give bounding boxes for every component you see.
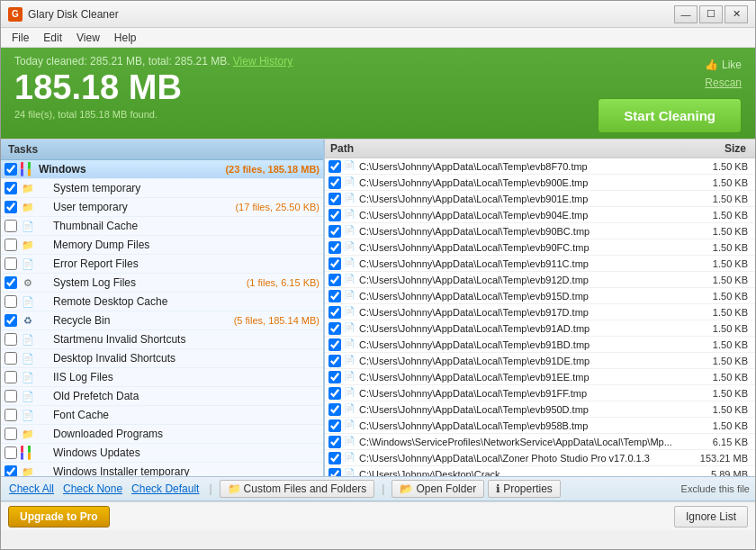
file-row[interactable]: 📄C:\Users\Johnny\AppData\Local\Temp\evb9… bbox=[325, 353, 755, 369]
close-button[interactable]: ✕ bbox=[724, 5, 748, 23]
file-checkbox[interactable] bbox=[328, 241, 341, 254]
check-none-button[interactable]: Check None bbox=[60, 482, 125, 496]
task-item[interactable]: 📄Font Cache bbox=[1, 406, 323, 425]
file-row[interactable]: 📄C:\Users\Johnny\AppData\Local\Zoner Pho… bbox=[325, 450, 755, 466]
task-checkbox[interactable] bbox=[4, 163, 17, 176]
file-checkbox[interactable] bbox=[328, 306, 341, 319]
file-checkbox[interactable] bbox=[328, 193, 341, 205]
task-item[interactable]: ⚙System Log Files(1 files, 6.15 KB) bbox=[1, 274, 323, 293]
task-item[interactable]: 📄IIS Log Files bbox=[1, 368, 323, 387]
task-label: Startmenu Invalid Shortcuts bbox=[39, 333, 320, 346]
task-checkbox[interactable] bbox=[4, 276, 17, 289]
file-row[interactable]: 📄C:\Windows\ServiceProfiles\NetworkServi… bbox=[325, 434, 755, 450]
file-checkbox[interactable] bbox=[328, 225, 341, 238]
rescan-link[interactable]: Rescan bbox=[705, 77, 742, 89]
task-checkbox[interactable] bbox=[4, 201, 17, 213]
view-history-link[interactable]: View History bbox=[233, 55, 292, 68]
file-row[interactable]: 📄C:\Users\Johnny\AppData\Local\Temp\evb9… bbox=[325, 239, 755, 256]
task-item[interactable]: 📄Remote Desktop Cache bbox=[1, 293, 323, 311]
task-checkbox[interactable] bbox=[4, 314, 17, 327]
file-row[interactable]: 📄C:\Users\Johnny\AppData\Local\Temp\evb9… bbox=[325, 304, 755, 320]
file-row[interactable]: 📄C:\Users\Johnny\AppData\Local\Temp\evb9… bbox=[325, 418, 755, 434]
task-item[interactable]: 📁Memory Dump Files bbox=[1, 236, 323, 255]
file-row[interactable]: 📄C:\Users\Johnny\AppData\Local\Temp\evb9… bbox=[325, 401, 755, 418]
menu-edit[interactable]: Edit bbox=[36, 30, 69, 46]
task-item[interactable]: ♻Recycle Bin(5 files, 185.14 MB) bbox=[1, 311, 323, 330]
task-checkbox[interactable] bbox=[4, 239, 17, 251]
task-item[interactable]: 📄Error Report Files bbox=[1, 255, 323, 274]
check-default-button[interactable]: Check Default bbox=[129, 482, 202, 496]
file-row[interactable]: 📄C:\Users\Johnny\AppData\Local\Temp\evb9… bbox=[325, 272, 755, 288]
task-checkbox[interactable] bbox=[4, 333, 17, 346]
file-checkbox[interactable] bbox=[328, 176, 341, 189]
file-row[interactable]: 📄C:\Users\Johnny\AppData\Local\Temp\evb9… bbox=[325, 256, 755, 272]
task-checkbox[interactable] bbox=[4, 428, 17, 440]
file-row[interactable]: 📄C:\Users\Johnny\AppData\Local\Temp\evb9… bbox=[325, 320, 755, 337]
file-row[interactable]: 📄C:\Users\Johnny\Desktop\Crack5.89 MB bbox=[325, 466, 755, 476]
file-size-text: 1.50 KB bbox=[684, 226, 752, 237]
maximize-button[interactable]: ☐ bbox=[699, 5, 723, 23]
file-type-icon: 📄 bbox=[344, 355, 356, 367]
ignore-list-button[interactable]: Ignore List bbox=[674, 506, 748, 527]
file-checkbox[interactable] bbox=[328, 338, 341, 351]
task-item[interactable]: 📄Startmenu Invalid Shortcuts bbox=[1, 330, 323, 349]
file-list[interactable]: 📄C:\Users\Johnny\AppData\Local\Temp\evb8… bbox=[325, 158, 755, 476]
start-cleaning-button[interactable]: Start Cleaning bbox=[598, 98, 742, 133]
custom-files-button[interactable]: 📁 Custom Files and Folders bbox=[220, 480, 375, 498]
task-list[interactable]: Windows(23 files, 185.18 MB)📁System temp… bbox=[1, 160, 323, 476]
file-row[interactable]: 📄C:\Users\Johnny\AppData\Local\Temp\evb9… bbox=[325, 175, 755, 191]
file-checkbox[interactable] bbox=[328, 160, 341, 173]
task-checkbox[interactable] bbox=[4, 465, 17, 476]
file-row[interactable]: 📄C:\Users\Johnny\AppData\Local\Temp\evb9… bbox=[325, 191, 755, 207]
file-checkbox[interactable] bbox=[328, 452, 341, 464]
file-checkbox[interactable] bbox=[328, 274, 341, 286]
task-item[interactable]: 📁Windows Installer temporary bbox=[1, 463, 323, 476]
file-checkbox[interactable] bbox=[328, 371, 341, 383]
upgrade-to-pro-button[interactable]: Upgrade to Pro bbox=[8, 506, 110, 527]
properties-button[interactable]: ℹ Properties bbox=[488, 480, 561, 498]
file-row[interactable]: 📄C:\Users\Johnny\AppData\Local\Temp\evb9… bbox=[325, 288, 755, 304]
file-checkbox[interactable] bbox=[328, 419, 341, 432]
task-checkbox[interactable] bbox=[4, 390, 17, 402]
exclude-file-text[interactable]: Exclude this file bbox=[681, 483, 750, 494]
minimize-button[interactable]: — bbox=[674, 5, 698, 23]
file-checkbox[interactable] bbox=[328, 355, 341, 367]
menu-view[interactable]: View bbox=[69, 30, 107, 46]
task-checkbox[interactable] bbox=[4, 182, 17, 194]
task-item[interactable]: 📄Thumbnail Cache bbox=[1, 217, 323, 236]
file-checkbox[interactable] bbox=[328, 468, 341, 477]
task-item[interactable]: Windows Updates bbox=[1, 444, 323, 463]
file-checkbox[interactable] bbox=[328, 290, 341, 302]
task-item[interactable]: 📁Downloaded Programs bbox=[1, 425, 323, 444]
like-button[interactable]: 👍 Like bbox=[705, 59, 742, 71]
open-folder-button[interactable]: 📂 Open Folder bbox=[392, 480, 484, 498]
task-item[interactable]: 📁System temporary bbox=[1, 179, 323, 198]
file-row[interactable]: 📄C:\Users\Johnny\AppData\Local\Temp\evb9… bbox=[325, 207, 755, 223]
task-item[interactable]: 📁User temporary(17 files, 25.50 KB) bbox=[1, 198, 323, 217]
file-row[interactable]: 📄C:\Users\Johnny\AppData\Local\Temp\evb9… bbox=[325, 385, 755, 401]
task-checkbox[interactable] bbox=[4, 257, 17, 270]
file-checkbox[interactable] bbox=[328, 387, 341, 400]
task-checkbox[interactable] bbox=[4, 352, 17, 365]
task-checkbox[interactable] bbox=[4, 409, 17, 421]
task-item[interactable]: 📄Old Prefetch Data bbox=[1, 387, 323, 406]
check-all-button[interactable]: Check All bbox=[6, 482, 57, 496]
file-row[interactable]: 📄C:\Users\Johnny\AppData\Local\Temp\evb9… bbox=[325, 369, 755, 385]
task-checkbox[interactable] bbox=[4, 295, 17, 308]
file-checkbox[interactable] bbox=[328, 257, 341, 270]
file-checkbox[interactable] bbox=[328, 436, 341, 448]
file-checkbox[interactable] bbox=[328, 209, 341, 221]
task-checkbox[interactable] bbox=[4, 446, 17, 459]
file-type-icon: 📄 bbox=[344, 241, 356, 254]
task-checkbox[interactable] bbox=[4, 371, 17, 383]
file-row[interactable]: 📄C:\Users\Johnny\AppData\Local\Temp\evb8… bbox=[325, 158, 755, 175]
menu-help[interactable]: Help bbox=[107, 30, 144, 46]
task-checkbox[interactable] bbox=[4, 220, 17, 232]
task-item[interactable]: 📄Desktop Invalid Shortcuts bbox=[1, 349, 323, 368]
task-item[interactable]: Windows(23 files, 185.18 MB) bbox=[1, 160, 323, 179]
file-checkbox[interactable] bbox=[328, 403, 341, 416]
file-checkbox[interactable] bbox=[328, 322, 341, 335]
file-row[interactable]: 📄C:\Users\Johnny\AppData\Local\Temp\evb9… bbox=[325, 337, 755, 353]
file-row[interactable]: 📄C:\Users\Johnny\AppData\Local\Temp\evb9… bbox=[325, 223, 755, 239]
menu-file[interactable]: File bbox=[4, 30, 36, 46]
